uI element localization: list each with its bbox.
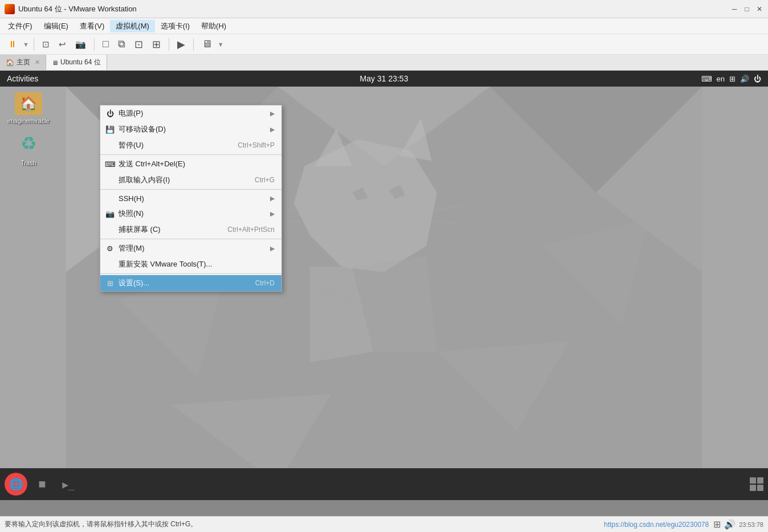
vm-dropdown-menu: ⏻ 电源(P) ▶ 💾 可移动设备(D) ▶ 暂停(U) Ctrl+Shift+… xyxy=(100,105,282,292)
menu-snapshot-label: 快照(N) xyxy=(119,208,144,219)
removable-arrow: ▶ xyxy=(270,126,275,133)
sep-4 xyxy=(100,273,281,274)
menu-ctrl-alt-del[interactable]: ⌨ 发送 Ctrl+Alt+Del(E) xyxy=(100,156,281,172)
menu-grab-input[interactable]: 抓取输入内容(I) Ctrl+G xyxy=(100,172,281,188)
capture-screen-shortcut: Ctrl+Alt+PrtScn xyxy=(227,226,275,234)
home-folder-label: imaginemiracle xyxy=(7,117,50,124)
browser-taskbar-icon[interactable]: 🌐 xyxy=(5,473,27,496)
menu-help[interactable]: 帮助(H) xyxy=(195,20,232,32)
tab-home-close[interactable]: ✕ xyxy=(35,59,40,66)
menu-tab[interactable]: 选项卡(I) xyxy=(155,20,195,32)
home-folder-img: 🏠 xyxy=(15,92,42,115)
menu-reinstall-tools[interactable]: 重新安装 VMware Tools(T)... xyxy=(100,256,281,272)
manage-icon: ⚙ xyxy=(105,244,115,253)
tab-home-label: 主页 xyxy=(17,58,30,67)
titlebar: Ubuntu 64 位 - VMware Workstation ─ □ ✕ xyxy=(0,0,768,18)
removable-icon: 💾 xyxy=(105,125,115,134)
menu-settings[interactable]: ⊞ 设置(S)... Ctrl+D xyxy=(100,275,281,291)
minimize-button[interactable]: ─ xyxy=(730,5,738,13)
restore-snapshot[interactable]: ↩ xyxy=(55,38,70,51)
grab-input-shortcut: Ctrl+G xyxy=(255,176,275,184)
ssh-arrow: ▶ xyxy=(270,195,275,202)
menu-pause-label: 暂停(U) xyxy=(119,140,144,150)
activities-button[interactable]: Activities xyxy=(7,74,38,83)
toolbar-arrow: ▼ xyxy=(23,41,29,48)
menu-vm[interactable]: 虚拟机(M) xyxy=(110,20,155,32)
close-button[interactable]: ✕ xyxy=(755,5,763,13)
menu-ssh[interactable]: SSH(H) ▶ xyxy=(100,191,281,206)
window-title: Ubuntu 64 位 - VMware Workstation xyxy=(18,4,730,14)
menu-power[interactable]: ⏻ 电源(P) ▶ xyxy=(100,105,281,121)
view-btn[interactable]: ⊞ xyxy=(149,37,164,52)
en-indicator[interactable]: en xyxy=(717,75,725,83)
home-folder-icon[interactable]: 🏠 imaginemiracle xyxy=(6,92,51,124)
status-time-icon: 23:53:78 xyxy=(739,521,763,528)
menu-removable[interactable]: 💾 可移动设备(D) ▶ xyxy=(100,121,281,137)
ctrl-alt-del-icon: ⌨ xyxy=(105,160,115,169)
menubar: 文件(F) 编辑(E) 查看(V) 虚拟机(M) 选项卡(I) 帮助(H) xyxy=(0,18,768,34)
menu-power-label: 电源(P) xyxy=(119,108,143,118)
trash-img: ♻ xyxy=(15,130,42,157)
clock: May 31 23:53 xyxy=(360,74,408,83)
vmware-statusbar: 要将输入定向到该虚拟机，请将鼠标指针移入其中或按 Ctrl+G。 https:/… xyxy=(0,516,768,532)
snapshot-arrow: ▶ xyxy=(270,210,275,218)
menu-capture-screen[interactable]: 捕获屏幕 (C) Ctrl+Alt+PrtScn xyxy=(100,222,281,238)
pause-button[interactable]: ⏸ xyxy=(5,38,21,51)
toolbar: ⏸ ▼ ⊡ ↩ 📷 □ ⧉ ⊡ ⊞ ▶ 🖥 ▼ xyxy=(0,34,768,55)
ubuntu-guest-area: Activities May 31 23:53 ⌨ en ⊞ 🔊 ⏻ xyxy=(0,71,768,500)
power-arrow: ▶ xyxy=(270,110,275,117)
menu-ssh-label: SSH(H) xyxy=(119,194,144,203)
menu-file[interactable]: 文件(F) xyxy=(2,20,38,32)
ubuntu-dock: 🌐 ■ ▶_ xyxy=(0,468,768,500)
status-hint: 要将输入定向到该虚拟机，请将鼠标指针移入其中或按 Ctrl+G。 xyxy=(5,519,604,529)
window-controls: ─ □ ✕ xyxy=(730,5,763,13)
keyboard-icon: ⌨ xyxy=(701,75,712,83)
toolbar-sep-4 xyxy=(193,38,194,51)
snapshot-btn[interactable]: 📷 xyxy=(72,38,89,51)
status-tray-icons: ⊞ 🔊 23:53:78 xyxy=(713,519,763,530)
ubuntu-topbar: Activities May 31 23:53 ⌨ en ⊞ 🔊 ⏻ xyxy=(0,71,768,87)
fullscreen-btn[interactable]: □ xyxy=(99,37,112,51)
fit-guest-btn[interactable]: ⧉ xyxy=(115,37,129,51)
send-ctrl-alt-del[interactable]: ⊡ xyxy=(39,38,53,51)
tabbar: 🏠 主页 ✕ 🖥 Ubuntu 64 位 xyxy=(0,55,768,71)
monitor-arrow: ▼ xyxy=(218,41,224,48)
menu-settings-label: 设置(S)... xyxy=(119,278,149,288)
toolbar-sep-2 xyxy=(94,38,95,51)
toolbar-sep-3 xyxy=(169,38,169,51)
network-icon: ⊞ xyxy=(729,75,736,83)
menu-manage[interactable]: ⚙ 管理(M) ▶ xyxy=(100,240,281,256)
maximize-button[interactable]: □ xyxy=(743,5,751,13)
monitor-btn[interactable]: 🖥 xyxy=(198,37,215,51)
tab-home[interactable]: 🏠 主页 ✕ xyxy=(0,55,46,70)
pause-shortcut: Ctrl+Shift+P xyxy=(238,141,275,149)
menu-snapshot[interactable]: 📷 快照(N) ▶ xyxy=(100,206,281,222)
settings-shortcut: Ctrl+D xyxy=(255,279,275,287)
tab-ubuntu-label: Ubuntu 64 位 xyxy=(60,58,101,67)
tab-ubuntu-icon: 🖥 xyxy=(52,59,58,66)
menu-ctrl-alt-del-label: 发送 Ctrl+Alt+Del(E) xyxy=(119,159,185,169)
dock-right xyxy=(750,477,763,491)
trash-label: Trash xyxy=(21,159,36,166)
system-tray: ⌨ en ⊞ 🔊 ⏻ xyxy=(701,75,761,83)
unity-btn[interactable]: ⊡ xyxy=(131,37,146,52)
tab-home-icon: 🏠 xyxy=(6,59,14,67)
status-network-icon: ⊞ xyxy=(713,519,721,530)
snapshot-menu-icon: 📷 xyxy=(105,210,115,218)
menu-grab-input-label: 抓取输入内容(I) xyxy=(119,175,170,185)
sep-1 xyxy=(100,154,281,155)
manage-arrow: ▶ xyxy=(270,245,275,252)
settings-icon: ⊞ xyxy=(105,279,115,288)
trash-icon[interactable]: ♻ Trash xyxy=(6,130,51,166)
files-taskbar-icon[interactable]: ■ xyxy=(31,473,54,496)
menu-capture-screen-label: 捕获屏幕 (C) xyxy=(119,224,161,235)
menu-edit[interactable]: 编辑(E) xyxy=(38,20,74,32)
menu-view[interactable]: 查看(V) xyxy=(74,20,110,32)
menu-pause[interactable]: 暂停(U) Ctrl+Shift+P xyxy=(100,137,281,153)
show-desktop-button[interactable] xyxy=(750,477,763,491)
terminal-taskbar-icon[interactable]: ▶_ xyxy=(57,473,80,496)
tab-ubuntu[interactable]: 🖥 Ubuntu 64 位 xyxy=(46,55,107,70)
volume-icon: 🔊 xyxy=(740,75,749,83)
toolbar-sep-1 xyxy=(34,38,34,51)
terminal-btn[interactable]: ▶ xyxy=(174,37,189,52)
